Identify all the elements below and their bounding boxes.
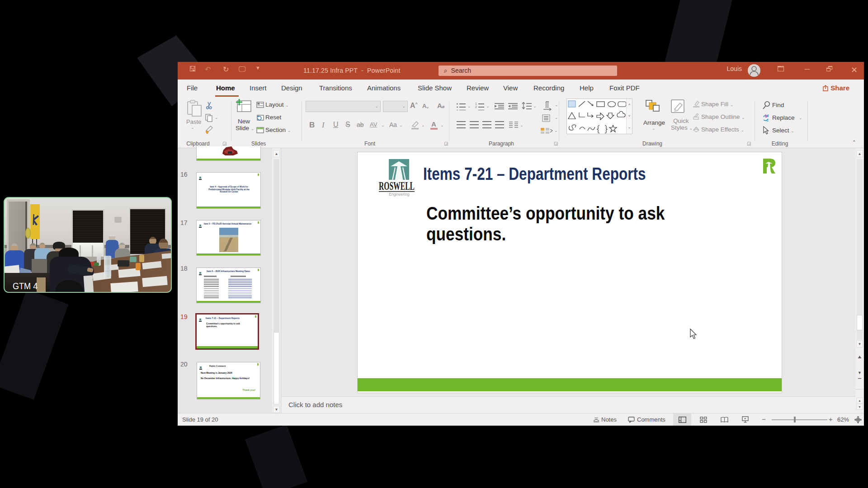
svg-text:c: c (766, 118, 769, 122)
svg-text:ROSWELL: ROSWELL (379, 179, 415, 192)
svg-text:Engineering: Engineering (389, 192, 410, 197)
